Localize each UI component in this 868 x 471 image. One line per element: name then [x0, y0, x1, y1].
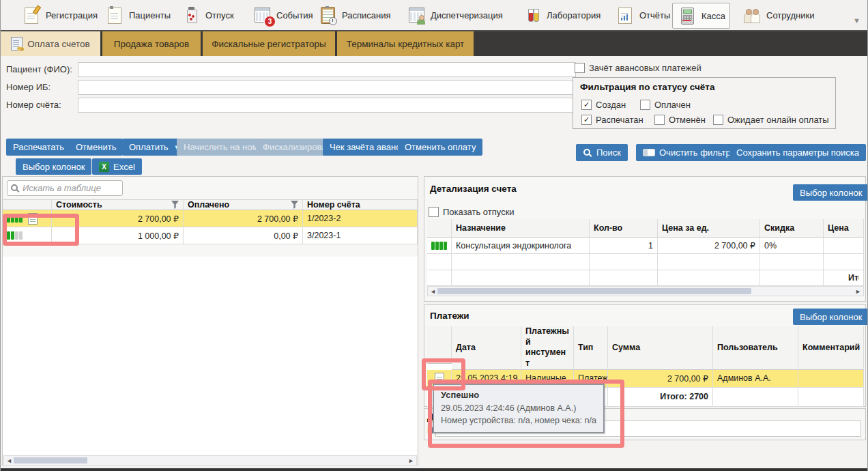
details-header-name[interactable]: Назначение: [452, 219, 590, 238]
details-row-icon[interactable]: [427, 238, 452, 254]
advance-offset-label: Зачёт авансовых платежей: [589, 63, 701, 73]
details-hscrollbar[interactable]: ◄ ►: [427, 286, 864, 296]
save-search-params-button[interactable]: Сохранить параметры поиска: [729, 144, 866, 161]
show-dispensings-checkbox[interactable]: [429, 207, 439, 217]
scroll-left-icon[interactable]: ◄: [430, 287, 436, 296]
choose-columns-button[interactable]: Выбор колонок: [16, 158, 91, 175]
paid-status-bars-icon: [7, 231, 23, 240]
payment-cell-user[interactable]: Админов А.А.: [713, 370, 798, 388]
toolbar-overflow-arrow-icon[interactable]: ▼: [853, 16, 860, 25]
details-total-clipped: Итого:: [824, 270, 864, 286]
toolbar-item-reports[interactable]: Отчёты: [611, 3, 674, 27]
advance-offset-checkbox[interactable]: [575, 63, 585, 73]
tooltip-datetime-user: 29.05.2023 4:24:46 (Админов А.А.): [441, 402, 596, 415]
tab-label: Фискальные регистраторы: [212, 39, 326, 49]
tab-credit-card-terminals[interactable]: Терминалы кредитных карт: [337, 31, 474, 56]
details-cell-price[interactable]: [824, 238, 864, 254]
toolbar-item-dispatching[interactable]: Диспетчеризация: [402, 3, 507, 27]
tab-label: Оплата счетов: [27, 39, 90, 49]
scroll-left-icon[interactable]: ◄: [6, 457, 12, 465]
payments-title: Платежи: [430, 311, 469, 321]
toolbar-item-patients[interactable]: Пациенты: [100, 3, 175, 27]
details-header-qty[interactable]: Кол-во: [590, 219, 658, 238]
cash-register-icon: [677, 5, 697, 26]
clear-filter-button[interactable]: Очистить фильтр: [636, 144, 738, 161]
invoice-cell-paid[interactable]: 2 700,00 ₽: [184, 210, 303, 227]
invoice-cell-number[interactable]: 3/2023-1: [303, 227, 418, 244]
status-awaiting-online-row: Ожидает онлайн оплаты: [713, 115, 829, 125]
main-toolbar: Регистрация Пациенты Отпуск 3 События Ра…: [1, 0, 868, 31]
report-chart-icon: [615, 5, 635, 25]
filter-funnel-icon[interactable]: [171, 201, 179, 209]
status-paid-row: Оплачен: [640, 100, 691, 110]
patient-name-input[interactable]: [78, 62, 576, 77]
filter-funnel-icon[interactable]: [291, 201, 298, 209]
module-tabbar: Оплата счетов Продажа товаров Фискальные…: [1, 31, 868, 56]
tab-invoice-payment[interactable]: Оплата счетов: [1, 31, 100, 56]
invoice-number-input[interactable]: [78, 98, 576, 113]
window-bottom-border: [1, 468, 868, 471]
details-header-discount[interactable]: Скидка: [760, 219, 824, 238]
invoice-cell-number[interactable]: 1/2023-2: [303, 210, 418, 227]
invoice-cell-paid[interactable]: 0,00 ₽: [184, 227, 303, 244]
payments-header-date[interactable]: Дата: [452, 326, 521, 370]
toolbar-item-events[interactable]: 3 События: [248, 3, 317, 27]
toolbar-item-schedules[interactable]: Расписания: [313, 3, 394, 27]
status-printed-checkbox[interactable]: ✓: [581, 115, 592, 125]
scroll-right-icon[interactable]: ►: [408, 457, 414, 465]
details-cell-discount[interactable]: 0%: [760, 238, 824, 254]
toolbar-item-laboratory[interactable]: Лаборатория: [518, 3, 605, 27]
toolbar-item-dispensing[interactable]: Отпуск: [177, 3, 238, 27]
invoice-cell-cost[interactable]: 1 000,00 ₽: [52, 227, 184, 244]
payment-cell-comment[interactable]: [798, 370, 864, 388]
tab-goods-sale[interactable]: Продажа товаров: [102, 31, 201, 56]
status-awaiting-online-checkbox[interactable]: [713, 115, 723, 125]
details-cell-qty[interactable]: 1: [590, 238, 658, 254]
toolbar-item-label: Сотрудники: [766, 10, 814, 20]
payments-header-amount[interactable]: Сумма: [608, 326, 713, 370]
toolbar-item-cashdesk[interactable]: Касса: [672, 3, 730, 29]
payment-cell-amount[interactable]: 2 700,00 ₽: [608, 370, 713, 388]
payments-header-type[interactable]: Тип: [574, 326, 608, 370]
toolbar-item-label: Расписания: [342, 10, 390, 20]
invoices-hscrollbar[interactable]: ◄ ►: [3, 455, 417, 466]
details-header-price[interactable]: Цена: [824, 219, 864, 238]
status-cancelled-checkbox[interactable]: [654, 115, 665, 125]
test-tubes-icon: [522, 5, 542, 25]
toolbar-item-employees[interactable]: Сотрудники: [738, 3, 818, 27]
payments-header-icons: [427, 326, 452, 364]
toolbar-item-registration[interactable]: Регистрация: [17, 3, 102, 27]
status-paid-checkbox[interactable]: [640, 100, 650, 110]
cancel-button[interactable]: Отменить: [69, 139, 123, 156]
invoices-header-number[interactable]: Номер счёта: [303, 200, 418, 210]
payments-header-instrument[interactable]: Платежный инстумент: [521, 326, 574, 370]
details-choose-columns-button[interactable]: Выбор колонок: [793, 184, 868, 201]
med-record-input[interactable]: [78, 80, 576, 95]
print-button[interactable]: Распечатать: [6, 139, 71, 156]
search-button[interactable]: Поиск: [576, 144, 628, 161]
invoice-row-icons[interactable]: [3, 210, 52, 227]
scroll-right-icon[interactable]: ►: [855, 287, 861, 296]
excel-export-button[interactable]: XExcel: [92, 158, 142, 175]
invoice-coins-icon: [11, 37, 23, 51]
registration-document-icon: [21, 5, 42, 25]
invoices-header-icons: [3, 200, 52, 210]
table-search-input[interactable]: [7, 180, 123, 196]
payments-header-comment[interactable]: Комментарий: [798, 326, 864, 370]
details-cell-unit-price[interactable]: 2 700,00 ₽: [658, 238, 760, 254]
payments-choose-columns-button[interactable]: Выбор колонок: [793, 309, 868, 325]
invoice-cell-cost[interactable]: 2 700,00 ₽: [52, 210, 184, 227]
invoices-header-cost[interactable]: Стоимость: [52, 200, 184, 210]
details-header-unit-price[interactable]: Цена за ед.: [658, 219, 760, 238]
scrollbar-thumb[interactable]: [437, 288, 751, 294]
tooltip-status: Успешно: [441, 388, 596, 402]
payments-header-user[interactable]: Пользователь: [713, 326, 798, 370]
cancel-payment-button[interactable]: Отменить оплату: [398, 139, 482, 156]
tab-fiscal-registers[interactable]: Фискальные регистраторы: [203, 31, 335, 56]
invoices-header-paid[interactable]: Оплачено: [184, 200, 303, 210]
scrollbar-thumb[interactable]: [14, 457, 87, 463]
details-cell-name[interactable]: Консультация эндокринолога: [452, 238, 590, 254]
payments-total: Итого: 2700: [608, 388, 713, 407]
status-created-checkbox[interactable]: ✓: [581, 100, 592, 110]
invoice-row-icons[interactable]: [3, 227, 52, 244]
